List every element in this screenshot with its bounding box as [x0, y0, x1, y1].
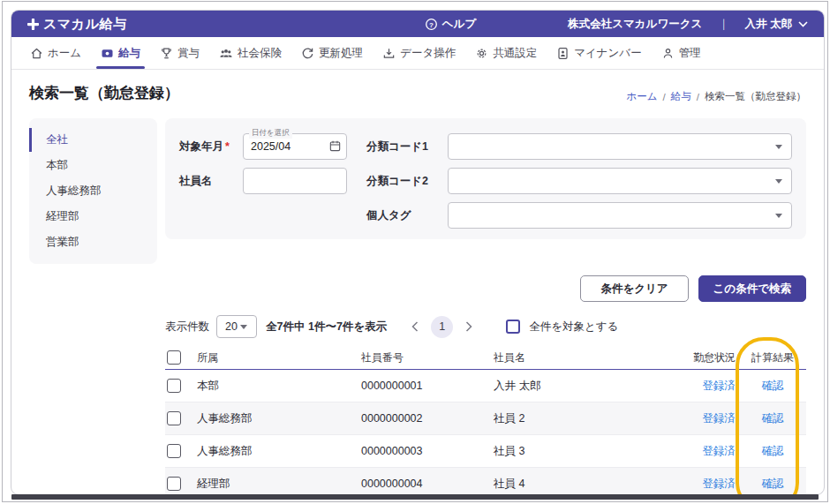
nav-item-home[interactable]: ホーム: [22, 37, 89, 69]
chevron-down-icon: [775, 214, 782, 218]
nav-item-social-insurance[interactable]: 社会保険: [211, 37, 290, 69]
attendance-status-link[interactable]: 登録済: [667, 444, 739, 459]
calc-result-link[interactable]: 確認: [739, 444, 806, 459]
table-row: 人事総務部 0000000003 社員 3 登録済 確認: [165, 435, 806, 468]
sidebar-item-honbu[interactable]: 本部: [29, 154, 157, 177]
top-header-bar: スマカル給与 ? ヘルプ 株式会社スマカルワークス ｜ 入井 太郎: [11, 11, 824, 37]
person-icon: [661, 47, 675, 60]
page-size-label: 表示件数: [165, 320, 209, 335]
search-button[interactable]: この条件で検索: [698, 275, 806, 302]
employee-name-label: 社員名: [179, 174, 243, 189]
calc-result-link[interactable]: 確認: [739, 477, 806, 492]
col-dept: 所属: [197, 350, 361, 365]
date-field-floating-label: 日付を選択: [249, 128, 292, 139]
help-icon: ?: [425, 18, 438, 31]
category1-label: 分類コード1: [366, 139, 448, 154]
nav-item-update[interactable]: 更新処理: [293, 37, 371, 69]
sidebar-item-all[interactable]: 全社: [29, 128, 157, 152]
chevron-down-icon: [775, 179, 782, 184]
sidebar-item-eigyo[interactable]: 営業部: [29, 230, 157, 254]
home-icon: [30, 47, 43, 60]
gear-icon: [475, 47, 488, 60]
user-name: 入井 太郎: [745, 17, 792, 32]
plus-icon: [27, 19, 39, 30]
header-divider: ｜: [714, 17, 732, 32]
personal-tag-label: 個人タグ: [366, 208, 448, 223]
category1-select[interactable]: [448, 133, 792, 160]
logo-text: スマカル給与: [43, 16, 126, 33]
pagination: 1: [406, 316, 478, 338]
breadcrumb-home[interactable]: ホーム: [627, 90, 658, 103]
select-all-pages-checkbox[interactable]: [506, 320, 520, 334]
results-list: 表示件数 20 全7件中 1件〜7件を表示 1 全件を対象とする: [165, 315, 806, 495]
col-calc-result: 計算結果: [739, 350, 806, 365]
payroll-icon: [101, 47, 114, 60]
row-checkbox[interactable]: [167, 477, 181, 491]
cell-employee-no: 0000000003: [361, 445, 494, 457]
target-month-field: 日付を選択: [243, 133, 347, 160]
help-button[interactable]: ? ヘルプ: [425, 17, 476, 32]
svg-text:?: ?: [429, 20, 434, 28]
nav-item-data-operation[interactable]: データ操作: [374, 37, 464, 69]
refresh-icon: [301, 47, 314, 60]
cell-dept: 人事総務部: [197, 411, 361, 426]
category2-select[interactable]: [448, 168, 792, 194]
app-logo: スマカル給与: [27, 16, 126, 33]
department-sidebar: 全社 本部 人事総務部 経理部 営業部: [29, 118, 157, 264]
breadcrumb: ホーム / 給与 / 検索一覧（勤怠登録）: [627, 90, 806, 103]
attendance-status-link[interactable]: 登録済: [667, 379, 739, 394]
cell-employee-name: 社員 4: [494, 477, 667, 492]
personal-tag-select[interactable]: [448, 202, 792, 229]
calendar-icon[interactable]: [328, 139, 342, 153]
user-menu[interactable]: 入井 太郎: [745, 17, 808, 32]
cell-employee-no: 0000000004: [361, 478, 494, 490]
company-name: 株式会社スマカルワークス: [568, 17, 702, 32]
category2-label: 分類コード2: [366, 174, 448, 189]
attendance-status-link[interactable]: 登録済: [667, 477, 739, 492]
row-checkbox[interactable]: [167, 379, 181, 393]
page-size-select[interactable]: 20: [216, 315, 257, 338]
nav-item-settings[interactable]: 共通設定: [467, 37, 545, 69]
window-frame: スマカル給与 ? ヘルプ 株式会社スマカルワークス ｜ 入井 太郎: [2, 1, 828, 502]
nav-item-payroll[interactable]: 給与: [93, 37, 148, 69]
sidebar-item-keiri[interactable]: 経理部: [29, 205, 157, 229]
row-checkbox[interactable]: [167, 411, 181, 425]
table-row: 本部 0000000001 入井 太郎 登録済 確認: [165, 370, 806, 402]
id-card-icon: [556, 47, 570, 60]
attendance-status-link[interactable]: 登録済: [667, 411, 739, 426]
cell-employee-no: 0000000002: [361, 412, 494, 425]
breadcrumb-current: 検索一覧（勤怠登録）: [705, 90, 806, 103]
calc-result-link[interactable]: 確認: [739, 411, 806, 426]
chevron-down-icon: [798, 21, 808, 27]
nav-item-bonus[interactable]: 賞与: [152, 37, 208, 69]
trophy-icon: [160, 47, 173, 60]
window-bottom-edge: [11, 494, 819, 500]
search-filter-panel: 対象年月* 日付を選択 分類コード1 社員名: [165, 118, 806, 239]
breadcrumb-parent[interactable]: 給与: [671, 90, 691, 103]
col-employee-no: 社員番号: [361, 350, 494, 365]
required-mark: *: [225, 140, 230, 153]
main-nav: ホーム 給与 賞与 社会保険 更新処理 データ操作: [11, 37, 824, 70]
select-all-label: 全件を対象とする: [529, 320, 618, 335]
cell-dept: 人事総務部: [197, 444, 361, 459]
employee-table: 所属 社員番号 社員名 勤怠状況 計算結果 本部 0000000001 入井 太…: [165, 346, 806, 495]
result-count-text: 全7件中 1件〜7件を表示: [266, 320, 387, 335]
chevron-down-icon: [775, 145, 782, 149]
table-header-row: 所属 社員番号 社員名 勤怠状況 計算結果: [165, 346, 806, 370]
employee-name-input[interactable]: [243, 168, 347, 194]
col-employee-name: 社員名: [494, 350, 667, 365]
nav-item-my-number[interactable]: マイナンバー: [548, 37, 649, 69]
clear-conditions-button[interactable]: 条件をクリア: [580, 275, 688, 302]
page-number[interactable]: 1: [431, 316, 453, 338]
prev-page-button[interactable]: [406, 318, 424, 335]
cell-employee-name: 社員 3: [494, 444, 667, 459]
calc-result-link[interactable]: 確認: [739, 379, 806, 394]
table-row: 人事総務部 0000000002 社員 2 登録済 確認: [165, 402, 806, 435]
nav-item-admin[interactable]: 管理: [653, 37, 709, 69]
target-month-label: 対象年月*: [179, 139, 243, 154]
sidebar-item-jinji[interactable]: 人事総務部: [29, 179, 157, 203]
col-attendance-status: 勤怠状況: [667, 350, 739, 365]
next-page-button[interactable]: [460, 318, 478, 335]
row-checkbox[interactable]: [167, 444, 181, 458]
select-all-checkbox[interactable]: [167, 350, 181, 365]
